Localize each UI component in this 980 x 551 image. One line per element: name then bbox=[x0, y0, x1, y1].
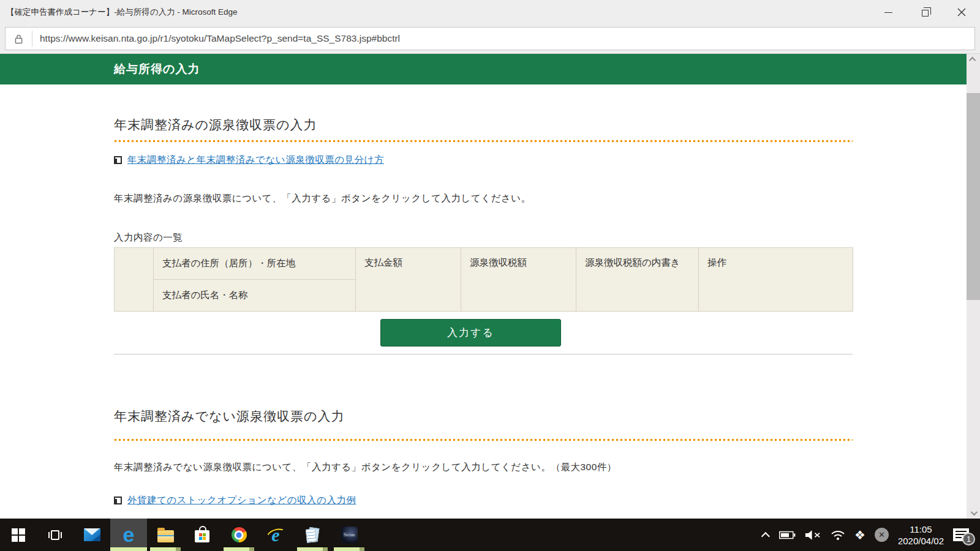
task-view-icon bbox=[48, 530, 62, 540]
taskbar-item-mail[interactable] bbox=[74, 519, 110, 551]
url-text[interactable]: https://www.keisan.nta.go.jp/r1/syotoku/… bbox=[32, 33, 400, 44]
minimize-icon bbox=[884, 12, 892, 13]
file-explorer-icon bbox=[157, 530, 174, 542]
lock-icon bbox=[15, 34, 23, 44]
scroll-up-button[interactable] bbox=[967, 54, 980, 65]
section-adjusted-heading: 年末調整済みの源泉徴収票の入力 bbox=[114, 116, 317, 133]
task-view-button[interactable] bbox=[37, 519, 74, 551]
clock-time: 11:05 bbox=[898, 523, 944, 535]
help-link-row: 年末調整済みと年末調整済みでない源泉徴収票の見分け方 bbox=[114, 153, 384, 167]
close-icon bbox=[957, 8, 966, 17]
table-header-payer-address: 支払者の住所（居所）・所在地 bbox=[154, 248, 355, 279]
popup-window-icon bbox=[114, 156, 122, 164]
table-header-action: 操作 bbox=[699, 248, 853, 311]
page-content: 年末調整済みの源泉徴収票の入力 年末調整済みと年末調整済みでない源泉徴収票の見分… bbox=[0, 84, 967, 519]
chevron-up-icon bbox=[969, 57, 976, 64]
section-adjusted-instruction: 年末調整済みの源泉徴収票について、「入力する」ボタンをクリックして入力してくださ… bbox=[114, 192, 531, 205]
battery-icon[interactable] bbox=[779, 531, 796, 539]
internet-explorer-icon bbox=[267, 527, 284, 544]
taskbar-item-notepad[interactable] bbox=[294, 519, 331, 551]
taskbar-item-sirius[interactable]: Sirius bbox=[331, 519, 368, 551]
volume-muted-icon[interactable] bbox=[805, 530, 821, 541]
window-title: 【確定申告書作成コーナー】-給与所得の入力 - Microsoft Edge bbox=[6, 0, 237, 24]
table-header-tax: 源泉徴収税額 bbox=[461, 248, 576, 311]
taskbar: Sirius ❖ ✕ 11:05 2020/04/02 1 bbox=[0, 519, 980, 551]
dropbox-icon[interactable]: ❖ bbox=[854, 529, 865, 541]
page-title: 給与所得の入力 bbox=[114, 54, 967, 84]
mail-icon bbox=[84, 528, 100, 541]
store-icon bbox=[195, 530, 209, 542]
table-cell-blank bbox=[115, 248, 153, 311]
sirius-icon: Sirius bbox=[341, 527, 358, 543]
chevron-down-icon bbox=[971, 509, 978, 515]
sync-error-icon[interactable]: ✕ bbox=[875, 528, 889, 542]
running-indicator bbox=[224, 547, 254, 551]
summary-table: 支払者の住所（居所）・所在地 支払金額 源泉徴収税額 源泉徴収税額の内書き 操作… bbox=[114, 247, 853, 312]
dotted-divider-2 bbox=[114, 438, 853, 441]
page-scrollbar[interactable] bbox=[967, 54, 980, 519]
popup-window-icon bbox=[114, 497, 122, 504]
browser-toolbar: https://www.keisan.nta.go.jp/r1/syotoku/… bbox=[0, 24, 980, 54]
notepad-icon bbox=[306, 528, 318, 542]
taskbar-item-internet-explorer[interactable] bbox=[257, 519, 294, 551]
example-link[interactable]: 外貨建てのストックオプションなどの収入の入力例 bbox=[127, 494, 356, 507]
table-header-payer-name: 支払者の氏名・名称 bbox=[154, 280, 355, 311]
example-link-row: 外貨建てのストックオプションなどの収入の入力例 bbox=[114, 493, 356, 507]
address-bar[interactable]: https://www.keisan.nta.go.jp/r1/syotoku/… bbox=[5, 27, 975, 50]
system-tray: ❖ ✕ 11:05 2020/04/02 1 bbox=[764, 519, 980, 551]
wifi-icon[interactable] bbox=[831, 530, 845, 541]
minimize-button[interactable] bbox=[870, 0, 907, 24]
action-center-button[interactable]: 1 bbox=[953, 528, 969, 541]
running-indicator bbox=[334, 547, 364, 551]
help-link[interactable]: 年末調整済みと年末調整済みでない源泉徴収票の見分け方 bbox=[127, 154, 384, 167]
windows-logo-icon bbox=[12, 528, 25, 542]
section-unadjusted-instruction: 年末調整済みでない源泉徴収票について、「入力する」ボタンをクリックして入力してく… bbox=[114, 461, 617, 474]
taskbar-apps: Sirius bbox=[0, 519, 368, 551]
scroll-down-button[interactable] bbox=[967, 508, 980, 519]
table-header-tax-inner: 源泉徴収税額の内書き bbox=[576, 248, 698, 311]
dotted-divider-1 bbox=[114, 140, 853, 143]
clock-date: 2020/04/02 bbox=[898, 535, 944, 547]
lock-icon-wrap bbox=[6, 31, 32, 47]
window-controls bbox=[870, 0, 980, 24]
section-divider bbox=[114, 354, 853, 354]
table-label: 入力内容の一覧 bbox=[114, 231, 183, 244]
taskbar-item-chrome[interactable] bbox=[221, 519, 257, 551]
close-button[interactable] bbox=[943, 0, 980, 24]
window-titlebar: 【確定申告書作成コーナー】-給与所得の入力 - Microsoft Edge bbox=[0, 0, 980, 24]
taskbar-item-store[interactable] bbox=[184, 519, 221, 551]
input-button[interactable]: 入力する bbox=[380, 319, 561, 347]
hidden-icons-chevron-icon[interactable] bbox=[761, 532, 770, 541]
taskbar-clock[interactable]: 11:05 2020/04/02 bbox=[898, 523, 944, 547]
taskbar-item-file-explorer[interactable] bbox=[147, 519, 184, 551]
edge-icon bbox=[123, 525, 135, 544]
scrollbar-thumb[interactable] bbox=[967, 93, 980, 300]
section-unadjusted-heading: 年末調整済みでない源泉徴収票の入力 bbox=[114, 408, 344, 425]
notification-badge: 1 bbox=[962, 533, 975, 545]
page-banner: 給与所得の入力 bbox=[0, 54, 967, 84]
taskbar-item-edge[interactable] bbox=[110, 519, 147, 551]
restore-icon bbox=[922, 10, 929, 17]
running-indicator bbox=[297, 547, 328, 551]
start-button[interactable] bbox=[0, 519, 37, 551]
running-indicator bbox=[110, 547, 147, 551]
running-indicator bbox=[150, 547, 181, 551]
restore-button[interactable] bbox=[907, 0, 943, 24]
chrome-icon bbox=[232, 527, 247, 542]
table-header-amount: 支払金額 bbox=[356, 248, 461, 311]
